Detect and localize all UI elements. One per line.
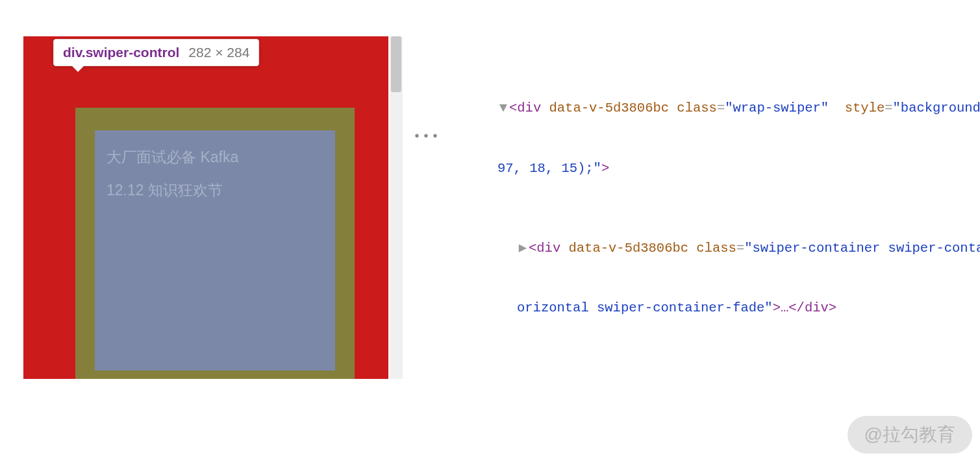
disclosure-triangle-icon[interactable]: ▶ [517, 239, 529, 259]
page-preview: 大厂面试必备 Kafka 12.12 知识狂欢节 [23, 36, 388, 379]
tooltip-dimensions: 282 × 284 [188, 45, 249, 60]
dom-node-wrap[interactable]: 97, 18, 15);"> [439, 159, 980, 179]
dom-node[interactable]: ▼<div data-v-5d3806bc class="swiper-cont… [439, 378, 980, 379]
tooltip-tagname: div [63, 45, 82, 60]
preview-scrollbar[interactable] [390, 36, 403, 379]
more-actions-icon[interactable]: ••• [413, 127, 440, 147]
disclosure-triangle-icon[interactable]: ▼ [517, 378, 529, 379]
swiper-item-subtitle: 12.12 知识狂欢节 [107, 174, 323, 207]
elements-gutter: ••• [407, 36, 439, 379]
dom-tree[interactable]: ▼<div data-v-5d3806bc class="wrap-swiper… [439, 36, 980, 379]
inspected-element-highlight: 大厂面试必备 Kafka 12.12 知识狂欢节 [75, 108, 355, 379]
tooltip-classname: .swiper-control [82, 45, 180, 60]
dom-node-wrap[interactable]: orizontal swiper-container-fade">…</div> [439, 298, 980, 319]
dom-node[interactable]: ▼<div data-v-5d3806bc class="wrap-swiper… [439, 99, 980, 119]
dom-node[interactable]: ▶<div data-v-5d3806bc class="swiper-cont… [439, 239, 980, 259]
watermark-badge: @拉勾教育 [848, 416, 972, 454]
disclosure-triangle-icon[interactable]: ▼ [497, 99, 509, 119]
swiper-control-box: 大厂面试必备 Kafka 12.12 知识狂欢节 [95, 130, 335, 370]
element-inspect-tooltip: div.swiper-control 282 × 284 [53, 39, 259, 66]
preview-scrollbar-thumb[interactable] [391, 36, 401, 92]
elements-panel[interactable]: ••• ▼<div data-v-5d3806bc class="wrap-sw… [407, 36, 980, 379]
swiper-item-title: 大厂面试必备 Kafka [107, 141, 323, 174]
